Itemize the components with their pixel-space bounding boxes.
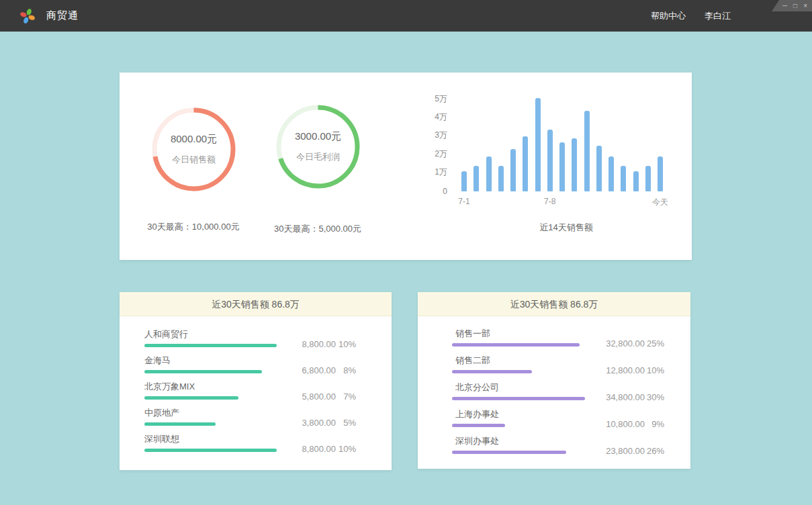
item-name: 北京万象MIX — [144, 381, 392, 392]
y-tick-label: 5万 — [435, 93, 447, 105]
item-percent: 10% — [336, 444, 356, 454]
item-amount: 8,800.00 — [302, 339, 336, 349]
bar — [621, 166, 626, 191]
list-item: 人和商贸行 8,800.0010% — [144, 328, 392, 355]
item-amount: 23,800.00 — [606, 446, 645, 456]
item-percent: 7% — [336, 392, 356, 402]
item-name: 深圳联想 — [144, 433, 392, 444]
item-percent: 10% — [645, 365, 664, 375]
today-profit-donut-center: 3000.00元 今日毛利润 — [276, 105, 360, 189]
today-profit-label: 今日毛利润 — [296, 151, 340, 163]
menu-help-center[interactable]: 帮助中心 — [651, 10, 686, 22]
customers-card: 近30天销售额 86.8万 人和商贸行 8,800.0010% 金海马 6,80… — [120, 292, 392, 470]
item-bar-track — [144, 344, 277, 347]
item-values: 23,800.0026% — [606, 446, 664, 456]
bar — [596, 146, 602, 191]
today-sales-label: 今日销售额 — [172, 154, 216, 166]
bar — [461, 171, 467, 191]
item-bar — [452, 397, 585, 400]
customers-card-title: 近30天销售额 86.8万 — [120, 292, 392, 316]
bar — [473, 166, 479, 191]
titlebar: 商贸通 帮助中心 李白江 ─ □ × — [0, 0, 812, 32]
item-amount: 8,800.00 — [302, 444, 336, 454]
item-bar-track — [144, 370, 277, 373]
item-bar-track — [452, 451, 585, 454]
item-percent: 5% — [336, 418, 356, 428]
item-bar-track — [452, 370, 585, 373]
bar — [658, 156, 663, 191]
y-tick-label: 1万 — [435, 167, 447, 178]
item-bar — [452, 343, 580, 347]
item-percent: 10% — [336, 339, 356, 349]
bar — [498, 166, 504, 191]
item-values: 3,800.005% — [302, 418, 356, 428]
close-icon[interactable]: × — [803, 3, 807, 9]
item-name: 北京分公司 — [455, 381, 690, 392]
list-item: 上海办事处 10,800.009% — [452, 408, 690, 435]
item-percent: 30% — [645, 392, 664, 402]
item-name: 上海办事处 — [455, 408, 690, 419]
app-logo-icon — [19, 7, 36, 25]
y-tick-label: 4万 — [435, 111, 447, 123]
bar — [645, 166, 651, 191]
item-bar-track — [452, 424, 585, 427]
y-tick-label: 0 — [443, 187, 447, 196]
departments-card: 近30天销售额 86.8万 销售一部 32,800.0025% 销售二部 12,… — [418, 292, 690, 469]
window-controls: ─ □ × — [772, 0, 812, 11]
item-bar — [452, 370, 532, 373]
item-bar-track — [452, 343, 585, 347]
item-bar — [144, 344, 277, 347]
item-amount: 12,800.00 — [606, 365, 645, 375]
bar — [486, 156, 492, 191]
app-title: 商贸通 — [46, 9, 79, 22]
list-item: 中原地产 3,800.005% — [144, 407, 392, 433]
item-bar — [144, 422, 216, 426]
item-bar-track — [144, 396, 277, 400]
item-amount: 10,800.00 — [606, 419, 645, 429]
x-tick-label: 7-8 — [544, 197, 555, 206]
item-name: 中原地产 — [144, 407, 392, 418]
today-sales-donut-center: 8000.00元 今日销售额 — [152, 107, 236, 191]
list-item: 北京万象MIX 5,800.007% — [144, 381, 392, 407]
dashboard-content: 8000.00元 今日销售额 30天最高：10,000.00元 3000.00元… — [0, 32, 812, 505]
menu-user[interactable]: 李白江 — [705, 10, 731, 22]
item-percent: 25% — [645, 338, 664, 349]
y-tick-label: 2万 — [435, 148, 447, 160]
item-name: 销售一部 — [455, 328, 690, 338]
list-item: 销售一部 32,800.0025% — [452, 328, 690, 355]
item-name: 人和商贸行 — [144, 328, 392, 339]
item-percent: 8% — [336, 365, 356, 375]
item-name: 深圳办事处 — [455, 435, 690, 446]
item-amount: 6,800.00 — [302, 365, 336, 375]
bar — [510, 149, 516, 191]
item-amount: 32,800.00 — [606, 338, 645, 349]
item-bar — [144, 370, 262, 373]
bar — [523, 136, 528, 191]
item-bar — [144, 396, 238, 400]
bar-x-labels: 7-17-8今天 — [461, 197, 663, 208]
list-item: 销售二部 12,800.0010% — [452, 355, 690, 381]
bar — [633, 171, 639, 191]
today-profit-value: 3000.00元 — [295, 130, 341, 143]
item-values: 34,800.0030% — [606, 392, 664, 402]
item-values: 32,800.0025% — [606, 338, 664, 349]
bar-chart-title: 近14天销售额 — [465, 222, 667, 234]
list-item: 北京分公司 34,800.0030% — [452, 381, 690, 408]
item-bar-track — [452, 397, 585, 400]
maximize-icon[interactable]: □ — [793, 3, 797, 9]
item-name: 金海马 — [144, 355, 392, 365]
x-tick-label: 7-1 — [458, 197, 469, 206]
item-amount: 3,800.00 — [302, 418, 336, 428]
bar-plot — [461, 100, 663, 191]
item-values: 6,800.008% — [302, 365, 356, 375]
today-profit-30d-max: 30天最高：5,000.00元 — [244, 223, 392, 235]
summary-card: 8000.00元 今日销售额 30天最高：10,000.00元 3000.00元… — [120, 73, 692, 260]
item-bar — [452, 451, 566, 454]
item-percent: 26% — [645, 446, 664, 456]
minimize-icon[interactable]: ─ — [782, 3, 787, 9]
item-amount: 34,800.00 — [606, 392, 645, 402]
bar-y-axis: 0 1万 2万 3万 4万 5万 — [397, 100, 447, 191]
item-bar — [452, 424, 505, 427]
item-values: 12,800.0010% — [606, 365, 664, 375]
departments-card-title: 近30天销售额 86.8万 — [418, 292, 690, 316]
